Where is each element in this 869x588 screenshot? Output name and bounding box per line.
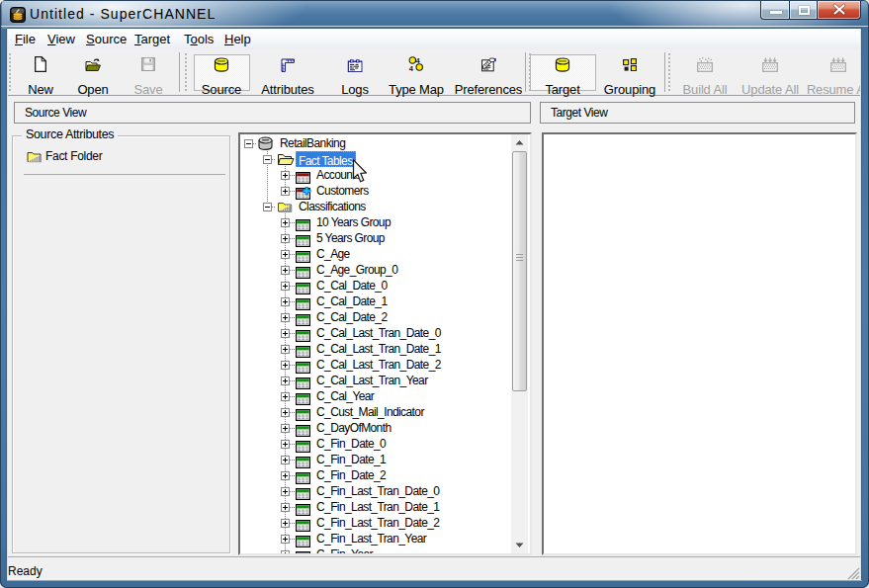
- svg-text:4: 4: [409, 64, 414, 71]
